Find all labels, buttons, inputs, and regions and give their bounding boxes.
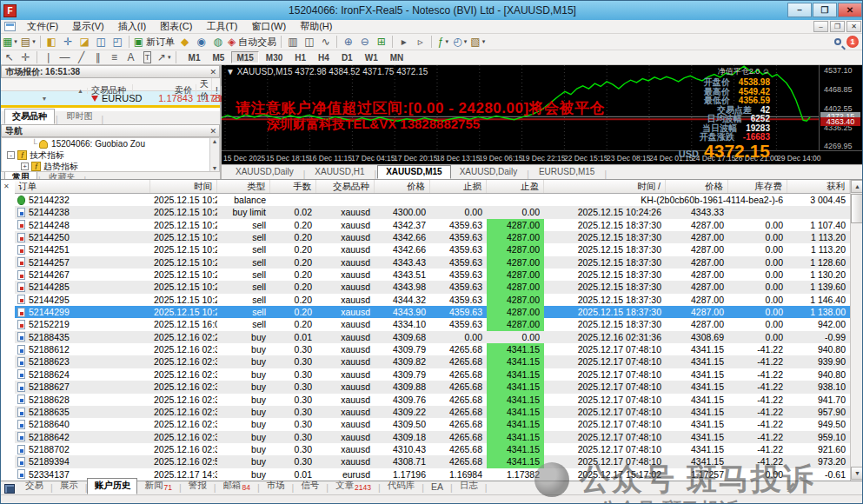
menu-显示(V)[interactable]: 显示(V)	[65, 19, 111, 34]
arrows-tool-icon[interactable]: ↗▾	[156, 50, 173, 65]
templates-icon[interactable]: ▧▾	[468, 35, 487, 50]
minimize-button[interactable]: –	[787, 3, 812, 17]
table-row[interactable]: 521886232025.12.16 02:30:09buy0.30xauusd…	[15, 355, 850, 368]
scroll-thumb[interactable]	[851, 194, 863, 223]
timeframe-MN[interactable]: MN	[385, 51, 409, 63]
column-header-8[interactable]: 时间 /	[544, 180, 666, 193]
zoom-in-icon[interactable]: ⊕	[340, 35, 356, 50]
table-row[interactable]: 521887022025.12.16 02:36:39buy0.30xauusd…	[15, 443, 850, 455]
table-scrollbar[interactable]: ▲ ▼	[850, 180, 863, 481]
menu-图表(C)[interactable]: 图表(C)	[153, 19, 199, 34]
table-row[interactable]: 521886242025.12.16 02:30:15buy0.30xauusd…	[15, 368, 850, 381]
table-row[interactable]: 521442382025.12.15 10:24:10buy limit0.02…	[15, 206, 850, 218]
menu-插入(I)[interactable]: 插入(I)	[111, 19, 153, 34]
periods-icon[interactable]: ◴▾	[451, 35, 468, 50]
crosshair-tool-icon[interactable]: ✛	[17, 50, 34, 65]
terminal-tab-代码库[interactable]: 代码库	[381, 478, 422, 494]
terminal-tab-警报[interactable]: 警报	[182, 478, 214, 494]
market-watch-scroll-up[interactable]: ▲	[1, 88, 88, 94]
community-icon[interactable]: ◍	[209, 35, 226, 50]
zoom-out-icon[interactable]: ⊖	[356, 35, 373, 50]
cursor-tool-icon[interactable]: ↖	[1, 50, 17, 65]
market-watch-scroll-down[interactable]: ▼	[1, 96, 88, 102]
table-row[interactable]: 521893942025.12.16 02:54:01buy0.30xauusd…	[15, 455, 850, 468]
column-header-9[interactable]: 价格	[666, 180, 728, 193]
child-close-button[interactable]: ✕	[846, 21, 861, 32]
navigator-close-icon[interactable]: ✕	[209, 127, 216, 136]
timeframe-M5[interactable]: M5	[207, 51, 229, 63]
market-watch-toggle-icon[interactable]: ◧	[43, 35, 60, 50]
label-tool-icon[interactable]: T	[139, 50, 156, 65]
restore-button[interactable]: ❐	[813, 3, 837, 17]
menu-窗口(W)[interactable]: 窗口(W)	[244, 19, 293, 34]
table-row[interactable]: 521886402025.12.16 02:31:25buy0.30xauusd…	[15, 418, 850, 430]
timeframe-D1[interactable]: D1	[336, 51, 358, 63]
table-row[interactable]: 521442672025.12.15 10:25:25sell0.20xauus…	[15, 269, 850, 281]
column-header-4[interactable]: 交易品种	[316, 180, 375, 193]
chart-tab-1[interactable]: XAUUSD,H1	[306, 165, 373, 179]
text-tool-icon[interactable]: A	[123, 50, 139, 65]
terminal-tab-市场[interactable]: 市场	[260, 478, 292, 494]
column-header-5[interactable]: 价格	[375, 180, 430, 193]
terminal-tab-EA[interactable]: EA	[424, 480, 450, 494]
column-header-3[interactable]: 手数	[270, 180, 316, 193]
close-button[interactable]: ✕	[838, 3, 862, 17]
chart-tab-3[interactable]: XAUUSD,Daily	[451, 165, 527, 179]
terminal-tab-邮箱[interactable]: 邮箱84	[216, 478, 256, 494]
profiles-icon[interactable]: ▤▾	[19, 35, 37, 50]
menu-帮助(H)[interactable]: 帮助(H)	[293, 19, 339, 34]
terminal-tab-展示[interactable]: 展示	[53, 478, 85, 494]
channel-tool-icon[interactable]: ∥	[90, 50, 106, 65]
table-row[interactable]: 521442322025.12.15 10:23:53balanceKH-(2b…	[15, 194, 850, 206]
new-chart-icon[interactable]: ▦▾	[1, 35, 19, 50]
column-header-6[interactable]: 止损	[430, 180, 487, 193]
timeframe-W1[interactable]: W1	[360, 51, 383, 63]
table-row[interactable]: 521442572025.12.15 10:25:12sell0.20xauus…	[15, 256, 850, 269]
chart-tab-2[interactable]: XAUUSD,M15	[377, 165, 450, 179]
timeframe-H4[interactable]: H4	[313, 51, 335, 63]
child-restore-button[interactable]: ❐	[830, 21, 845, 32]
fibonacci-tool-icon[interactable]: ≡	[106, 50, 123, 65]
table-row[interactable]: 521886282025.12.16 02:30:30buy0.30xauusd…	[15, 394, 850, 406]
table-row[interactable]: 521886272025.12.16 02:30:21buy0.30xauusd…	[15, 381, 850, 393]
table-row[interactable]: 521442512025.12.15 10:25:00sell0.20xauus…	[15, 243, 850, 255]
chart-tab-0[interactable]: XAUUSD,Daily	[227, 165, 302, 179]
timeframe-M1[interactable]: M1	[183, 51, 206, 63]
navigator-toggle-icon[interactable]: ◪	[76, 35, 93, 50]
metaeditor-icon[interactable]: ◆	[176, 35, 193, 50]
table-row[interactable]: 521886352025.12.16 02:31:10buy0.30xauusd…	[15, 406, 850, 418]
data-window-icon[interactable]: ✛	[60, 35, 76, 50]
table-row[interactable]: 521522192025.12.15 16:01:09sell0.20xauus…	[15, 318, 850, 330]
menu-工具(T)[interactable]: 工具(T)	[199, 19, 244, 34]
column-header-7[interactable]: 止盈	[487, 180, 544, 193]
vertical-line-tool-icon[interactable]: ∣	[40, 50, 56, 65]
notification-badge[interactable]: 1	[846, 36, 859, 48]
terminal-tab-账户历史[interactable]: 账户历史	[87, 478, 137, 494]
table-row[interactable]: 521442502025.12.15 10:24:55sell0.20xauus…	[15, 231, 850, 243]
timeframe-M30[interactable]: M30	[261, 51, 288, 63]
table-row[interactable]: 521886122025.12.16 02:30:00buy0.30xauusd…	[15, 343, 850, 355]
collapse-icon[interactable]: -	[7, 151, 15, 159]
column-header-1[interactable]: 时间	[150, 180, 217, 193]
new-order-icon[interactable]: ▣新订单	[132, 35, 176, 50]
table-row[interactable]: 521886422025.12.16 02:31:53buy0.30xauusd…	[15, 431, 850, 443]
terminal-toggle-icon[interactable]: ◫	[93, 35, 110, 50]
autotrading-icon[interactable]: ◈自动交易	[226, 35, 278, 50]
auto-scroll-icon[interactable]: ▸	[395, 35, 412, 50]
search-icon[interactable]	[834, 38, 841, 45]
terminal-tab-交易[interactable]: 交易	[18, 478, 50, 494]
navigator-trend-item[interactable]: + f 趋势指标	[2, 161, 219, 172]
terminal-tab-日志[interactable]: 日志	[453, 478, 485, 494]
horizontal-line-tool-icon[interactable]: ―	[56, 50, 73, 65]
terminal-tab-信号[interactable]: 信号	[294, 478, 326, 494]
table-row[interactable]: 521442852025.12.15 10:25:54sell0.20xauus…	[15, 281, 850, 293]
candlestick-mode-icon[interactable]: ◫	[301, 35, 317, 50]
chart-shift-icon[interactable]: ▹	[412, 35, 428, 50]
scroll-up-icon[interactable]: ▲	[851, 180, 863, 193]
column-header-10[interactable]: 库存费	[728, 180, 787, 193]
metaquotes-chat-icon[interactable]: ◉	[193, 35, 209, 50]
market-watch-close-icon[interactable]: ✕	[209, 68, 216, 76]
table-row[interactable]: 521442992025.12.15 10:26:28sell0.20xauus…	[15, 306, 850, 318]
indicators-icon[interactable]: ƒ▾	[435, 35, 451, 50]
table-row[interactable]: 521442952025.12.15 10:26:13sell0.20xauus…	[15, 294, 850, 306]
